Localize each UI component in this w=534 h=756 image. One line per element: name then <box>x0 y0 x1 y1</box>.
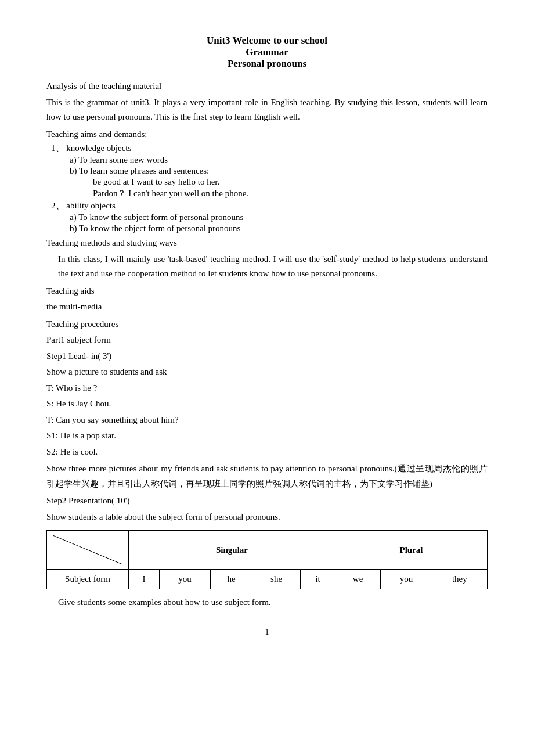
sub-item2: Pardon？ I can't hear you well on the pho… <box>93 188 488 199</box>
teaching-procedures-heading: Teaching procedures <box>46 317 488 332</box>
sub-item1: be good at I want to say hello to her. <box>93 177 488 187</box>
pronouns-table: Singular Plural Subject form I you he sh… <box>46 530 488 589</box>
intro-paragraph: This is the grammar of unit3. It plays a… <box>46 95 488 125</box>
pronoun-you-plur: you <box>381 570 432 589</box>
page-number: 1 <box>46 628 488 637</box>
part1: Part1 subject form <box>46 333 488 348</box>
title-line1: Unit3 Welcome to our school <box>46 35 488 46</box>
show-table: Show students a table about the subject … <box>46 510 488 525</box>
teaching-aids-heading: Teaching aids <box>46 284 488 299</box>
s1: S: He is Jay Chou. <box>46 397 488 412</box>
header-singular: Singular <box>129 531 335 570</box>
teaching-methods-heading: Teaching methods and studying ways <box>46 236 488 251</box>
methods-body: In this class, I will mainly use 'task-b… <box>58 252 488 282</box>
item2a: a) To know the subject form of personal … <box>70 213 488 222</box>
item1b: b) To learn some phrases and sentences: <box>70 166 488 176</box>
item2b: b) To know the object form of personal p… <box>70 224 488 233</box>
subject-form-label: Subject form <box>47 570 129 589</box>
analysis-heading: Analysis of the teaching material <box>46 79 488 94</box>
svg-line-0 <box>53 535 122 564</box>
header-plural: Plural <box>335 531 487 570</box>
item2: 2、 ability objects <box>51 200 488 211</box>
pronoun-we: we <box>335 570 380 589</box>
show-three: Show three more pictures about my friend… <box>46 462 488 491</box>
teaching-aims-heading: Teaching aims and demands: <box>46 127 488 142</box>
t1: T: Who is he ? <box>46 381 488 396</box>
show-picture: Show a picture to students and ask <box>46 365 488 380</box>
give-examples: Give students some examples about how to… <box>58 595 488 610</box>
s3: S2: He is cool. <box>46 445 488 460</box>
step1: Step1 Lead- in( 3') <box>46 349 488 364</box>
title-section: Unit3 Welcome to our school Grammar Pers… <box>46 35 488 70</box>
s2: S1: He is a pop star. <box>46 429 488 444</box>
pronouns-table-container: Singular Plural Subject form I you he sh… <box>46 530 488 589</box>
step2: Step2 Presentation( 10') <box>46 494 488 509</box>
pronoun-I: I <box>129 570 160 589</box>
pronoun-you-sing: you <box>159 570 210 589</box>
diagonal-header-cell <box>47 531 129 570</box>
multimedia: the multi-media <box>46 300 488 315</box>
pronoun-they: they <box>432 570 487 589</box>
title-line3: Personal pronouns <box>46 58 488 70</box>
item1a: a) To learn some new words <box>70 155 488 165</box>
pronoun-he: he <box>211 570 252 589</box>
t2: T: Can you say something about him? <box>46 413 488 428</box>
item1: 1、 knowledge objects <box>51 143 488 154</box>
title-line2: Grammar <box>46 46 488 58</box>
pronoun-she: she <box>252 570 300 589</box>
pronoun-it: it <box>301 570 335 589</box>
